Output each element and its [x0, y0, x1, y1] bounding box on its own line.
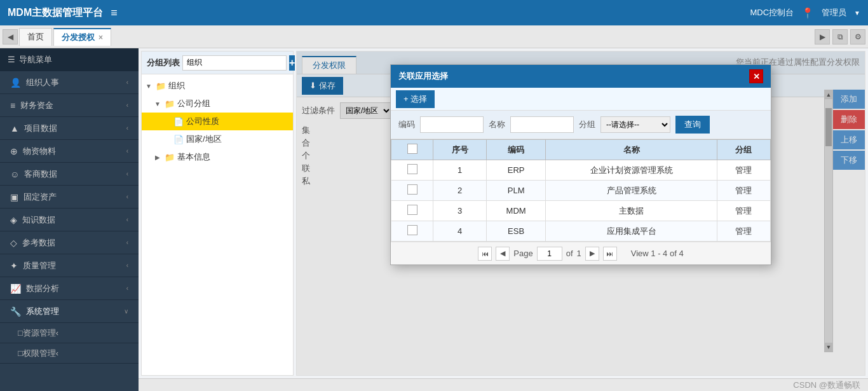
row-3-group: 管理	[717, 201, 770, 221]
group-select[interactable]: --请选择-- 管理	[600, 116, 670, 133]
quality-icon: ✦	[10, 261, 18, 271]
sidebar-item-system[interactable]: 🔧 系统管理 ∨	[0, 300, 139, 323]
mdc-console-link[interactable]: MDC控制台	[750, 7, 794, 18]
org-arrow: ‹	[126, 79, 128, 86]
tab-home-label: 首页	[27, 31, 44, 43]
tree-search-input[interactable]	[182, 55, 287, 71]
tree-panel-header: 分组列表 +	[142, 51, 293, 74]
material-arrow: ‹	[126, 147, 128, 154]
sidebar-item-knowledge-label: 知识数据	[22, 214, 55, 226]
file-icon-company-prop: 📄	[173, 117, 184, 127]
system-icon: 🔧	[10, 306, 21, 317]
row-3-seq: 3	[433, 201, 487, 221]
total-pages: 1	[577, 249, 581, 258]
main-layout: ☰ 导航菜单 👤 组织人事 ‹ ≡ 财务资金 ‹ ▲ 项目数据 ‹ ⊕ 物资物料…	[0, 48, 868, 391]
menu-toggle-icon[interactable]: ≡	[111, 6, 118, 20]
tree-panel: 分组列表 + ▼ 📁 组织 ▼ 📁 公司分组	[141, 51, 294, 376]
tree-node-country[interactable]: 📄 国家/地区	[142, 130, 293, 148]
admin-expand-icon[interactable]: ▼	[854, 10, 860, 17]
tab-settings-btn[interactable]: ⚙	[850, 29, 865, 45]
sidebar-sub-item-permission[interactable]: □ 权限管理 ‹	[0, 343, 139, 364]
row-2-name: 产品管理系统	[546, 181, 717, 201]
analysis-arrow: ‹	[126, 285, 128, 292]
sidebar-sub-item-resource[interactable]: □ 资源管理 ‹	[0, 323, 139, 343]
modal-overlay: 关联应用选择 ✕ + 选择	[297, 51, 865, 375]
row-4-group: 管理	[717, 221, 770, 242]
code-label: 编码	[398, 119, 415, 130]
sidebar-item-quality[interactable]: ✦ 质量管理 ‹	[0, 254, 139, 277]
sidebar-item-analysis-label: 数据分析	[26, 283, 59, 294]
row-1-group: 管理	[717, 160, 770, 181]
tree-node-org[interactable]: ▼ 📁 组织	[142, 77, 293, 95]
tree-node-company-prop[interactable]: 📄 公司性质	[142, 113, 293, 130]
page-first-btn[interactable]: ⏮	[478, 247, 492, 261]
tab-next-btn[interactable]: ▶	[815, 29, 830, 45]
modal-table-area: 序号 编码 名称 分组 1	[391, 139, 771, 242]
inner-panels: 分组列表 + ▼ 📁 组织 ▼ 📁 公司分组	[139, 48, 868, 378]
sidebar-item-material[interactable]: ⊕ 物资物料 ‹	[0, 140, 139, 163]
code-input[interactable]	[420, 116, 484, 133]
modal-filter: 编码 名称 分组 --请选择-- 管理 查询	[391, 111, 771, 139]
tab-restore-btn[interactable]: ⧉	[832, 29, 848, 45]
tree-node-company-group[interactable]: ▼ 📁 公司分组	[142, 95, 293, 113]
sidebar-item-finance[interactable]: ≡ 财务资金 ‹	[0, 94, 139, 117]
tree-node-basic-info-label: 基本信息	[177, 151, 210, 163]
name-label: 名称	[489, 119, 505, 130]
knowledge-arrow: ‹	[126, 216, 128, 223]
sidebar-item-asset-label: 固定资产	[24, 191, 57, 203]
th-code: 编码	[487, 140, 546, 160]
name-input[interactable]	[510, 116, 574, 133]
row-1-checkbox[interactable]	[391, 160, 433, 181]
modal-title: 关联应用选择	[398, 71, 448, 82]
project-arrow: ‹	[126, 125, 128, 132]
th-checkbox	[391, 140, 433, 160]
sidebar-item-customer-label: 客商数据	[24, 168, 57, 180]
sidebar-item-project[interactable]: ▲ 项目数据 ‹	[0, 117, 139, 140]
tab-distribute-label: 分发授权	[62, 32, 95, 43]
sidebar-item-asset[interactable]: ▣ 固定资产 ‹	[0, 186, 139, 209]
sidebar-item-reference[interactable]: ◇ 参考数据 ‹	[0, 231, 139, 254]
sidebar-sub-resource-label: 资源管理	[23, 327, 56, 339]
permission-icon: □	[18, 348, 23, 358]
tab-home[interactable]: 首页	[19, 28, 52, 46]
modal-table: 序号 编码 名称 分组 1	[391, 139, 771, 242]
tab-distribute[interactable]: 分发授权 ×	[53, 28, 111, 46]
select-all-checkbox[interactable]	[407, 144, 417, 154]
row-1-name: 企业计划资源管理系统	[546, 160, 717, 181]
row-2-checkbox[interactable]	[391, 181, 433, 201]
page-next-btn[interactable]: ▶	[585, 247, 599, 261]
sidebar-item-customer[interactable]: ☺ 客商数据 ‹	[0, 163, 139, 186]
modal-pagination: ⏮ ◀ Page of 1 ▶ ⏭ View 1 - 4 of 4	[391, 242, 771, 264]
sidebar-item-project-label: 项目数据	[24, 123, 57, 134]
modal-close-btn[interactable]: ✕	[749, 69, 763, 83]
tree-node-country-label: 国家/地区	[186, 134, 222, 145]
table-row: 1 ERP 企业计划资源管理系统 管理	[391, 160, 771, 181]
tab-bar: ◀ 首页 分发授权 × ▶ ⧉ ⚙	[0, 25, 868, 48]
sidebar-item-system-label: 系统管理	[26, 306, 59, 317]
row-3-checkbox[interactable]	[391, 201, 433, 221]
sidebar-item-analysis[interactable]: 📈 数据分析 ‹	[0, 277, 139, 300]
table-row: 4 ESB 应用集成平台 管理	[391, 221, 771, 242]
page-prev-btn[interactable]: ◀	[496, 247, 510, 261]
row-1-code: ERP	[487, 160, 546, 181]
folder-icon-basic-info: 📁	[165, 153, 175, 162]
sidebar-sub-permission-label: 权限管理	[23, 348, 56, 359]
modal-select-btn[interactable]: + 选择	[396, 90, 435, 108]
admin-label[interactable]: 管理员	[822, 7, 846, 18]
quality-arrow: ‹	[126, 262, 128, 269]
page-number-input[interactable]	[537, 247, 562, 261]
row-3-code: MDM	[487, 201, 546, 221]
tab-close-icon[interactable]: ×	[98, 33, 103, 42]
modal-header: 关联应用选择 ✕	[391, 65, 771, 88]
sidebar-item-knowledge[interactable]: ◈ 知识数据 ‹	[0, 209, 139, 231]
tree-add-btn[interactable]: +	[289, 55, 295, 71]
tree-node-basic-info[interactable]: ▶ 📁 基本信息	[142, 148, 293, 166]
sidebar-item-org[interactable]: 👤 组织人事 ‹	[0, 71, 139, 94]
page-label: Page	[513, 249, 532, 258]
th-group: 分组	[717, 140, 770, 160]
row-4-checkbox[interactable]	[391, 221, 433, 242]
page-last-btn[interactable]: ⏭	[603, 247, 617, 261]
tab-prev-btn[interactable]: ◀	[3, 29, 18, 45]
project-icon: ▲	[10, 123, 19, 134]
query-btn[interactable]: 查询	[675, 116, 710, 134]
